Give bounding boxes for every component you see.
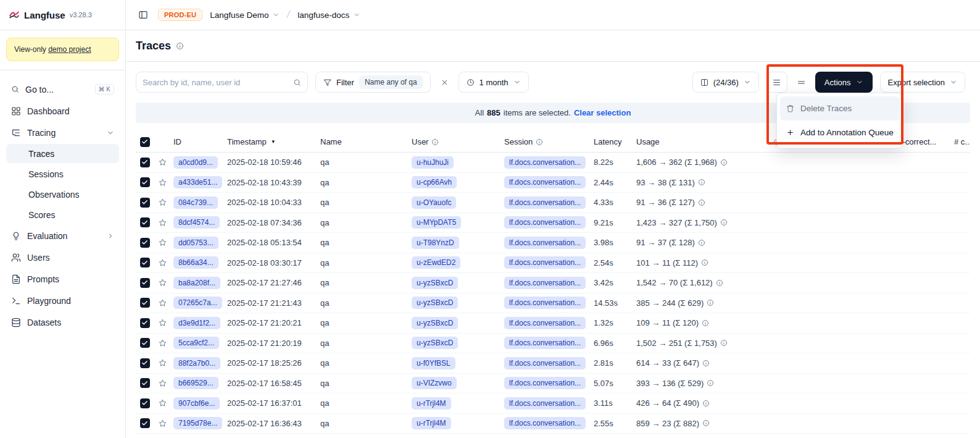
sidebar-toggle-button[interactable] bbox=[136, 7, 151, 22]
info-icon[interactable] bbox=[702, 360, 710, 367]
org-selector[interactable]: Langfuse Demo bbox=[210, 11, 280, 20]
trace-id-badge[interactable]: 07265c7a... bbox=[173, 297, 222, 309]
table-row[interactable]: dd05753... 2025-02-18 05:13:54 qa u-T98Y… bbox=[136, 233, 970, 253]
row-checkbox[interactable] bbox=[140, 398, 150, 408]
columns-button[interactable]: (24/36) bbox=[692, 72, 759, 93]
sidebar-item-users[interactable]: Users bbox=[6, 247, 119, 267]
trace-id-badge[interactable]: b669529... bbox=[173, 377, 218, 389]
user-badge[interactable]: u-f0YfBSL bbox=[412, 357, 455, 369]
star-icon[interactable] bbox=[159, 379, 167, 387]
clear-filter-button[interactable] bbox=[438, 76, 451, 89]
user-badge[interactable]: u-VIZzvwo bbox=[412, 377, 457, 389]
info-icon[interactable] bbox=[702, 400, 710, 407]
session-badge[interactable]: lf.docs.conversation... bbox=[504, 377, 586, 389]
menu-item-add-to-annotation-queue[interactable]: Add to Annotation Queue bbox=[780, 120, 900, 145]
sidebar-item-datasets[interactable]: Datasets bbox=[6, 312, 119, 332]
menu-item-delete-traces[interactable]: Delete Traces bbox=[780, 96, 900, 120]
star-icon[interactable] bbox=[159, 238, 167, 246]
session-badge[interactable]: lf.docs.conversation... bbox=[504, 317, 586, 329]
trace-id-badge[interactable]: 907cbf6e... bbox=[173, 397, 220, 410]
demo-project-link[interactable]: demo project bbox=[48, 45, 91, 54]
table-row[interactable]: 5cca9cf2... 2025-02-17 21:20:19 qa u-yzS… bbox=[136, 334, 970, 354]
info-icon[interactable] bbox=[176, 42, 184, 50]
col-header-latency[interactable]: Latency bbox=[592, 137, 634, 146]
session-badge[interactable]: lf.docs.conversation... bbox=[504, 277, 586, 289]
session-badge[interactable]: lf.docs.conversation... bbox=[504, 196, 586, 209]
info-icon[interactable] bbox=[720, 219, 728, 226]
col-header-name[interactable]: Name bbox=[318, 137, 410, 146]
info-icon[interactable] bbox=[707, 379, 714, 387]
col-header-timestamp[interactable]: Timestamp ▼ bbox=[225, 137, 318, 146]
table-row[interactable]: 8dcf4574... 2025-02-18 07:34:36 qa u-MYp… bbox=[136, 213, 970, 234]
star-icon[interactable] bbox=[159, 219, 167, 227]
user-badge[interactable]: u-huJhuJi bbox=[412, 156, 454, 169]
sidebar-item-observations[interactable]: Observations bbox=[6, 185, 119, 204]
row-checkbox[interactable] bbox=[140, 278, 150, 288]
session-badge[interactable]: lf.docs.conversation... bbox=[504, 417, 586, 429]
info-icon[interactable] bbox=[701, 259, 708, 266]
info-icon[interactable] bbox=[720, 159, 728, 166]
col-header-id[interactable]: ID bbox=[172, 137, 225, 146]
trace-id-badge[interactable]: 5cca9cf2... bbox=[173, 337, 219, 349]
star-icon[interactable] bbox=[159, 339, 167, 347]
star-icon[interactable] bbox=[159, 319, 167, 327]
row-checkbox[interactable] bbox=[140, 198, 150, 208]
session-badge[interactable]: lf.docs.conversation... bbox=[504, 176, 586, 188]
table-row[interactable]: 907cbf6e... 2025-02-17 16:37:01 qa u-rTr… bbox=[136, 394, 970, 414]
density-button[interactable] bbox=[795, 76, 808, 89]
info-icon[interactable] bbox=[702, 319, 709, 327]
session-badge[interactable]: lf.docs.conversation... bbox=[504, 216, 586, 229]
info-icon[interactable] bbox=[720, 339, 728, 347]
table-row[interactable]: 7195d78e... 2025-02-17 16:36:43 qa u-rTr… bbox=[136, 414, 970, 434]
export-selection-button[interactable]: Export selection bbox=[880, 72, 966, 93]
star-icon[interactable] bbox=[159, 299, 167, 307]
table-row[interactable]: 084c739... 2025-02-18 10:04:33 qa u-OYau… bbox=[136, 193, 970, 213]
user-badge[interactable]: u-yzSBxcD bbox=[412, 277, 458, 289]
row-checkbox[interactable] bbox=[140, 238, 150, 248]
user-badge[interactable]: u-T98YnzD bbox=[412, 237, 459, 249]
info-icon[interactable] bbox=[698, 239, 705, 246]
sidebar-item-dashboard[interactable]: Dashboard bbox=[6, 101, 119, 121]
search-input[interactable] bbox=[143, 78, 288, 87]
trace-id-badge[interactable]: 88f2a7b0... bbox=[173, 357, 220, 369]
sidebar-item-traces[interactable]: Traces bbox=[6, 144, 119, 163]
info-icon[interactable] bbox=[702, 419, 710, 427]
project-selector[interactable]: langfuse-docs bbox=[297, 11, 360, 20]
row-checkbox[interactable] bbox=[140, 258, 150, 267]
sidebar-item-evaluation[interactable]: Evaluation bbox=[6, 225, 119, 246]
table-row[interactable]: 8b66a34... 2025-02-18 03:30:17 qa u-zEwd… bbox=[136, 253, 970, 274]
user-badge[interactable]: u-cp66Avh bbox=[412, 176, 457, 188]
session-badge[interactable]: lf.docs.conversation... bbox=[504, 337, 586, 349]
row-checkbox[interactable] bbox=[140, 358, 150, 368]
info-icon[interactable] bbox=[716, 279, 723, 287]
trace-id-badge[interactable]: 084c739... bbox=[173, 196, 218, 209]
trace-id-badge[interactable]: ba8a208f... bbox=[173, 277, 220, 289]
info-icon[interactable] bbox=[698, 179, 705, 186]
session-badge[interactable]: lf.docs.conversation... bbox=[504, 397, 586, 410]
row-checkbox[interactable] bbox=[140, 378, 150, 388]
trace-id-badge[interactable]: a0cd0d9... bbox=[173, 156, 218, 169]
trace-id-badge[interactable]: 8b66a34... bbox=[173, 256, 218, 269]
trace-id-badge[interactable]: dd05753... bbox=[173, 237, 218, 249]
row-checkbox[interactable] bbox=[140, 338, 150, 348]
col-header-usage[interactable]: Usage bbox=[634, 137, 771, 146]
sidebar-item-sessions[interactable]: Sessions bbox=[6, 164, 119, 183]
session-badge[interactable]: lf.docs.conversation... bbox=[504, 297, 586, 309]
info-icon[interactable] bbox=[698, 199, 705, 206]
row-checkbox[interactable] bbox=[140, 418, 150, 428]
filter-button[interactable]: Filter Name any of qa bbox=[315, 72, 431, 93]
sidebar-item-prompts[interactable]: Prompts bbox=[6, 269, 119, 289]
sidebar-item-playground[interactable]: Playground bbox=[6, 290, 119, 311]
time-range-button[interactable]: 1 month bbox=[459, 72, 529, 93]
star-icon[interactable] bbox=[159, 158, 167, 166]
star-icon[interactable] bbox=[159, 399, 167, 407]
user-badge[interactable]: u-MYpDAT5 bbox=[412, 216, 461, 229]
star-icon[interactable] bbox=[159, 419, 167, 427]
actions-button[interactable]: Actions bbox=[815, 72, 873, 93]
row-checkbox[interactable] bbox=[140, 158, 150, 167]
row-checkbox[interactable] bbox=[140, 318, 150, 328]
row-checkbox[interactable] bbox=[140, 217, 150, 227]
user-badge[interactable]: u-yzSBxcD bbox=[412, 297, 458, 309]
clear-selection-link[interactable]: Clear selection bbox=[574, 108, 631, 117]
star-icon[interactable] bbox=[159, 359, 167, 367]
